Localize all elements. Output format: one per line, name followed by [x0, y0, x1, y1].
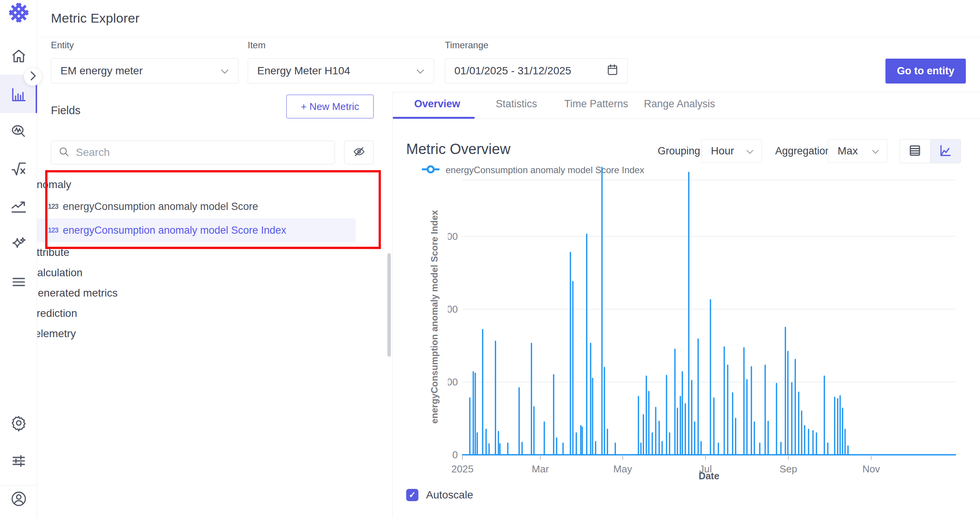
field-group-telemetry[interactable]: ∧Telemetry: [0, 323, 356, 344]
profile-icon: [10, 490, 28, 508]
legend-marker-icon: [421, 165, 440, 175]
bar-chart-icon: [10, 86, 27, 103]
active-tab-underline: [393, 117, 475, 119]
tab-overview[interactable]: Overview: [414, 98, 460, 110]
field-group-anomaly[interactable]: ∨Anomaly: [0, 174, 356, 195]
x-tick-label: May: [613, 463, 632, 475]
table-icon: [908, 144, 922, 159]
chevron-down-icon: [872, 145, 879, 157]
chevron-down-icon: [746, 145, 754, 157]
x-tick-label: Sep: [779, 463, 797, 475]
metric-explorer-app: Metric Explorer Entity EM energy meter I…: [0, 0, 980, 518]
numeric-field-icon: 123: [48, 203, 58, 211]
x-tick-label: Mar: [532, 463, 549, 475]
autoscale-checkbox[interactable]: ✓: [406, 489, 418, 501]
field-item-label: energyConsumption anomaly model Score In…: [63, 225, 286, 236]
grouping-label: Grouping: [658, 145, 700, 157]
toggle-hidden-fields-button[interactable]: [344, 141, 374, 164]
chevron-down-icon: [416, 65, 425, 77]
chevron-down-icon: [220, 65, 229, 77]
numeric-field-icon: 123: [48, 226, 58, 234]
app-logo-icon[interactable]: [8, 2, 29, 23]
sqrt-icon: [10, 160, 28, 178]
sparkles-icon: [10, 236, 28, 253]
entity-label: Entity: [51, 40, 74, 51]
sidebar-expand-button[interactable]: [24, 67, 42, 86]
eye-off-icon: [353, 145, 366, 160]
sidebar-item-settings[interactable]: [0, 405, 37, 441]
aggregation-label: Aggregation: [775, 145, 831, 157]
tab-time-patterns[interactable]: Time Patterns: [564, 98, 628, 110]
field-item[interactable]: 123energyConsumption anomaly model Score…: [0, 218, 356, 242]
field-search[interactable]: [51, 141, 335, 164]
tab-range-analysis[interactable]: Range Analysis: [644, 98, 715, 110]
home-icon: [11, 48, 27, 64]
view-toggle: [900, 139, 961, 163]
tab-statistics[interactable]: Statistics: [496, 98, 537, 110]
field-group-attribute[interactable]: ∧Attribute: [0, 242, 356, 262]
entity-select[interactable]: EM energy meter: [51, 58, 238, 84]
entity-value: EM energy meter: [60, 65, 143, 77]
metric-chart[interactable]: 01000200030002025MarMayJulSepNov: [448, 165, 980, 475]
search-icon: [58, 146, 70, 159]
search-input[interactable]: [76, 146, 305, 159]
y-tick-label: 2000: [448, 303, 458, 315]
sidebar-item-list[interactable]: [0, 264, 37, 300]
field-tree: ∨Anomaly123energyConsumption anomaly mod…: [0, 174, 356, 344]
new-metric-button[interactable]: + New Metric: [286, 95, 374, 118]
item-select[interactable]: Energy Meter H104: [248, 58, 434, 84]
chart-view-button[interactable]: [930, 139, 961, 163]
field-group-generated-metrics[interactable]: ∧Generated metrics: [0, 283, 356, 303]
field-group-calculation[interactable]: ∧Calculation: [0, 262, 356, 283]
fields-scrollbar[interactable]: [387, 253, 391, 357]
sidebar-item-trends[interactable]: [0, 188, 37, 225]
autoscale-control: ✓ Autoscale: [406, 489, 473, 501]
item-label: Item: [248, 40, 266, 51]
sidebar-item-profile[interactable]: [0, 480, 37, 517]
y-axis-title: energyConsumption anomaly model Score In…: [429, 175, 440, 459]
sidebar-item-preferences[interactable]: [0, 443, 37, 479]
x-tick-label: 2025: [451, 463, 474, 475]
item-value: Energy Meter H104: [257, 65, 350, 77]
aggregation-select[interactable]: Max: [828, 139, 887, 163]
page-title: Metric Explorer: [51, 11, 140, 26]
timerange-label: Timerange: [445, 40, 488, 51]
calendar-icon[interactable]: [607, 64, 618, 79]
field-group-label: Generated metrics: [29, 287, 118, 299]
grouping-select[interactable]: Hour: [701, 139, 762, 163]
header-divider: [0, 37, 980, 37]
gear-icon: [10, 415, 27, 431]
field-item[interactable]: 123energyConsumption anomaly model Score: [0, 195, 356, 218]
autoscale-label: Autoscale: [426, 489, 473, 501]
table-view-button[interactable]: [900, 139, 930, 163]
anomaly-search-icon: [10, 123, 27, 140]
trend-icon: [10, 198, 28, 215]
fields-title: Fields: [51, 104, 80, 117]
checkmark-icon: ✓: [409, 490, 416, 500]
chart-svg: 01000200030002025MarMayJulSepNov: [448, 165, 980, 475]
field-group-prediction[interactable]: ∧Prediction: [0, 303, 356, 323]
y-tick-label: 1000: [448, 376, 458, 388]
sidebar-item-anomaly[interactable]: [0, 113, 37, 150]
field-item-label: energyConsumption anomaly model Score: [63, 201, 258, 213]
chevron-right-icon: [29, 71, 37, 82]
aggregation-value: Max: [838, 145, 858, 157]
field-group-label: Calculation: [29, 267, 83, 279]
timerange-value: 01/01/2025 - 31/12/2025: [454, 65, 571, 77]
sidebar-item-ai[interactable]: [0, 226, 37, 263]
x-axis-title: Date: [678, 470, 740, 482]
y-tick-label: 0: [452, 449, 458, 461]
sliders-icon: [10, 452, 27, 469]
sidebar-item-calculations[interactable]: [0, 151, 37, 187]
go-to-entity-button[interactable]: Go to entity: [885, 59, 966, 84]
grouping-value: Hour: [711, 145, 734, 157]
line-chart-icon: [938, 143, 953, 159]
tabs-bottom-border: [393, 118, 980, 119]
metric-overview-title: Metric Overview: [406, 141, 510, 157]
timerange-input[interactable]: 01/01/2025 - 31/12/2025: [445, 58, 628, 84]
list-icon: [10, 274, 27, 290]
series-line: [462, 167, 956, 455]
y-tick-label: 3000: [448, 231, 458, 242]
x-tick-label: Nov: [862, 463, 880, 475]
